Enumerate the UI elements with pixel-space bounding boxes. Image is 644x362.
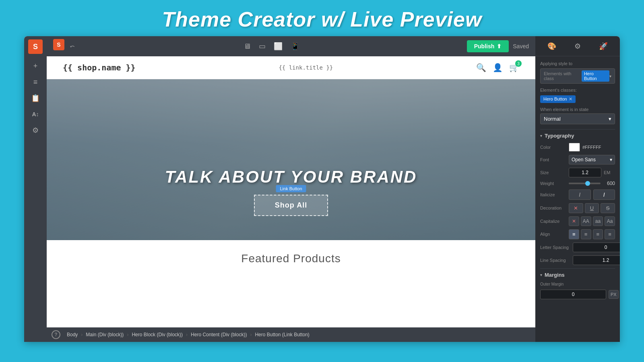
capitalize-title-btn[interactable]: Aa xyxy=(605,216,615,226)
letter-spacing-input[interactable] xyxy=(573,243,620,252)
color-label: Color xyxy=(540,145,566,150)
align-center-btn[interactable]: ≡ xyxy=(581,229,591,239)
publish-label: Publish xyxy=(474,43,495,49)
divider-2 xyxy=(540,268,615,269)
typography-collapse-icon: ▾ xyxy=(540,134,542,138)
sidebar-add-icon[interactable]: + xyxy=(28,59,43,73)
toolbar-right: Publish ⬆ Saved xyxy=(467,40,529,52)
hero-content: TALK ABOUT YOUR BRAND Link Button Shop A… xyxy=(165,167,417,216)
page-title: Theme Creator w/ Live Preview xyxy=(0,7,644,31)
help-icon[interactable]: ? xyxy=(52,330,60,339)
sidebar-page-icon[interactable]: 📋 xyxy=(28,91,43,105)
featured-section: Featured Products xyxy=(47,240,535,277)
decoration-none-btn[interactable]: ✕ xyxy=(569,203,583,213)
weight-slider-track xyxy=(569,183,601,184)
italic-normal-btn[interactable]: I xyxy=(569,189,591,200)
typography-section-header[interactable]: ▾ Typography xyxy=(540,133,615,139)
color-hex-value: #FFFFFF xyxy=(582,145,601,150)
margins-section-title: Margins xyxy=(545,272,565,278)
preview-area: {{ shop.name }} {{ link.title }} 🔍 👤 🛒 3… xyxy=(47,56,535,327)
size-label: Size xyxy=(540,170,566,175)
font-select[interactable]: Open Sans ▾ xyxy=(569,155,615,165)
breadcrumb-hero-block[interactable]: Hero Block (Div (block)) xyxy=(128,332,186,337)
italic-buttons: I I xyxy=(569,189,615,200)
capitalize-label: Capitalize xyxy=(540,219,566,224)
saved-status: Saved xyxy=(513,43,529,49)
applying-style-row: Elements with class Hero Button ▾ xyxy=(540,68,615,84)
app-window: S + ≡ 📋 A↕ ⚙ S ⤺ 🖥 ▭ ⬜ 📱 Publish ⬆ xyxy=(24,36,620,342)
align-justify-btn[interactable]: ≡ xyxy=(605,229,615,239)
publish-upload-icon: ⬆ xyxy=(497,43,502,49)
applying-style-label: Applying style to xyxy=(540,61,615,66)
site-nav: {{ shop.name }} {{ link.title }} 🔍 👤 🛒 3 xyxy=(47,56,535,79)
margin-top-unit[interactable]: PX xyxy=(609,290,619,299)
outer-margin-row: Outer Margin xyxy=(540,282,615,286)
class-name-tag: Hero Button xyxy=(582,70,609,82)
line-spacing-row: Line Spacing EM xyxy=(540,255,615,265)
page-header: Theme Creator w/ Live Preview xyxy=(0,0,644,36)
capitalize-row: Capitalize ✕ AA aa Aa xyxy=(540,216,615,226)
breadcrumb-hero-content[interactable]: Hero Content (Div (block)) xyxy=(188,332,250,337)
letter-spacing-row: Letter Spacing PX xyxy=(540,243,615,252)
state-label: When element is in state xyxy=(540,107,615,112)
italic-italic-btn[interactable]: I xyxy=(593,189,615,200)
shop-all-label: Shop All xyxy=(275,201,307,209)
tablet-landscape-icon[interactable]: ▭ xyxy=(257,40,267,52)
undo-icon[interactable]: ⤺ xyxy=(68,41,76,51)
weight-label: Weight xyxy=(540,181,566,186)
hero-section: TALK ABOUT YOUR BRAND Link Button Shop A… xyxy=(47,79,535,240)
state-chevron-icon: ▾ xyxy=(609,116,611,122)
weight-slider-thumb[interactable] xyxy=(585,181,590,186)
weight-slider[interactable]: 600 xyxy=(569,181,615,186)
capitalize-none-btn[interactable]: ✕ xyxy=(569,216,579,226)
align-right-btn[interactable]: ≡ xyxy=(593,229,603,239)
breadcrumb-body[interactable]: Body xyxy=(64,332,81,337)
class-selector[interactable]: Elements with class Hero Button ▾ xyxy=(540,68,615,84)
publish-panel-icon[interactable]: 🚀 xyxy=(596,40,611,52)
weight-slider-fill xyxy=(569,183,588,184)
align-row: Align ≡ ≡ ≡ ≡ xyxy=(540,229,615,239)
capitalize-upper-btn[interactable]: AA xyxy=(581,216,591,226)
search-nav-icon[interactable]: 🔍 xyxy=(476,63,486,72)
sidebar-logo[interactable]: S xyxy=(28,39,43,54)
color-row: Color #FFFFFF xyxy=(540,143,615,152)
main-content: S ⤺ 🖥 ▭ ⬜ 📱 Publish ⬆ Saved {{ shop.na xyxy=(47,36,535,342)
align-left-btn[interactable]: ≡ xyxy=(569,229,579,239)
publish-button[interactable]: Publish ⬆ xyxy=(467,40,509,52)
desktop-device-icon[interactable]: 🖥 xyxy=(242,41,252,52)
user-nav-icon[interactable]: 👤 xyxy=(493,63,503,72)
left-sidebar: S + ≡ 📋 A↕ ⚙ xyxy=(24,36,47,342)
state-select[interactable]: Normal ▾ xyxy=(540,113,615,124)
hero-title: TALK ABOUT YOUR BRAND xyxy=(165,167,417,187)
size-input[interactable] xyxy=(569,168,601,177)
style-panel-icon[interactable]: 🎨 xyxy=(544,40,559,52)
shop-all-button[interactable]: Shop All xyxy=(254,195,328,216)
margins-section-header[interactable]: ▾ Margins xyxy=(540,272,615,278)
typography-section-title: Typography xyxy=(545,133,574,139)
element-classes-label: Element's classes: xyxy=(540,88,615,93)
line-spacing-input[interactable] xyxy=(573,255,620,265)
mobile-device-icon[interactable]: 📱 xyxy=(289,40,301,52)
link-button-label: Link Button xyxy=(276,185,306,192)
weight-row: Weight 600 xyxy=(540,181,615,186)
margin-top-input[interactable] xyxy=(540,290,606,299)
remove-class-icon[interactable]: ✕ xyxy=(569,97,572,102)
breadcrumb-main[interactable]: Main (Div (block)) xyxy=(83,332,127,337)
sidebar-menu-icon[interactable]: ≡ xyxy=(28,75,43,89)
italicize-row: Italicize I I xyxy=(540,189,615,200)
sidebar-settings-icon[interactable]: ⚙ xyxy=(28,123,43,138)
capitalize-buttons: ✕ AA aa Aa xyxy=(569,216,615,226)
decoration-underline-btn[interactable]: U xyxy=(585,203,599,213)
decoration-label: Decoration xyxy=(540,206,566,210)
decoration-row: Decoration ✕ U S xyxy=(540,203,615,213)
capitalize-lower-btn[interactable]: aa xyxy=(593,216,603,226)
color-swatch[interactable] xyxy=(569,143,580,152)
breadcrumb-bar: ? Body › Main (Div (block)) › Hero Block… xyxy=(47,327,535,342)
sidebar-text-icon[interactable]: A↕ xyxy=(28,107,43,121)
tablet-portrait-icon[interactable]: ⬜ xyxy=(272,40,284,52)
breadcrumb-hero-button[interactable]: Hero Button (Link Button) xyxy=(252,332,312,337)
line-spacing-label: Line Spacing xyxy=(540,258,570,263)
decoration-strikethrough-btn[interactable]: S xyxy=(601,203,615,213)
settings-panel-icon[interactable]: ⚙ xyxy=(571,40,584,52)
cart-nav-icon[interactable]: 🛒 3 xyxy=(509,63,519,72)
